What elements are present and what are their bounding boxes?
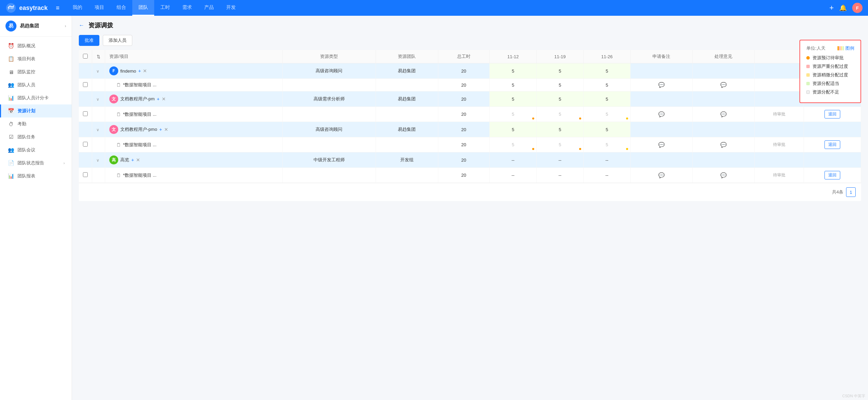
row-note[interactable]: 💬 (631, 79, 693, 91)
delete-icon[interactable]: ✕ (143, 68, 147, 74)
nav-item-portfolio[interactable]: 组合 (110, 0, 132, 16)
sidebar-item-tasks[interactable]: ☑ 团队任务 (0, 130, 72, 143)
add-sub-icon[interactable]: + (159, 127, 162, 132)
nav-item-team[interactable]: 团队 (132, 0, 154, 16)
note-icon[interactable]: 💬 (658, 82, 665, 88)
nav-item-project[interactable]: 项目 (88, 0, 110, 16)
row-status: 待审批 (755, 137, 804, 152)
notification-icon[interactable]: 🔔 (839, 4, 847, 12)
add-sub-icon[interactable]: + (157, 96, 159, 102)
nav-item-demand[interactable]: 需求 (176, 0, 198, 16)
select-all-checkbox[interactable] (83, 54, 88, 59)
sidebar-item-overview[interactable]: ⏰ 团队概况 (0, 39, 72, 52)
row-total: 20 (438, 122, 490, 137)
hamburger-icon[interactable]: ≡ (56, 4, 60, 12)
sidebar: 易 易趋集团 › ⏰ 团队概况 📋 项目列表 🖥 团队监控 👥 团队人员 📊 (0, 16, 72, 400)
row-team (376, 168, 438, 183)
row-action[interactable]: 退回 (804, 107, 861, 122)
nav-item-product[interactable]: 产品 (198, 0, 220, 16)
person-name: 高览 (120, 157, 129, 163)
sidebar-label-members: 团队人员 (17, 82, 65, 88)
org-header[interactable]: 易 易趋集团 › (0, 16, 72, 37)
row-resource-cell: 🗒 *数据智能项目 ... (105, 107, 283, 122)
nav-item-mine[interactable]: 我的 (66, 0, 88, 16)
legend-dot-insufficient (806, 90, 810, 94)
legend-item-severe: 资源严重分配过度 (806, 63, 854, 70)
reply-icon[interactable]: 💬 (720, 172, 727, 178)
row-checkbox[interactable] (83, 111, 88, 116)
row-note (631, 63, 693, 79)
row-reply[interactable]: 💬 (693, 137, 755, 152)
expand-icon[interactable]: ∨ (96, 69, 99, 74)
rollback-button[interactable]: 退回 (824, 110, 840, 118)
legend-panel: 单位:人天 图例 资源预订待审批 资源严重分配过度 资源稍微分配过度 资源分配适… (799, 40, 861, 103)
bar4 (843, 46, 844, 50)
row-reply[interactable]: 💬 (693, 79, 755, 91)
row-note[interactable]: 💬 (631, 168, 693, 183)
nav-item-worktime[interactable]: 工时 (154, 0, 176, 16)
col-resource: 资源/项目 (105, 50, 283, 63)
note-icon[interactable]: 💬 (658, 172, 665, 178)
watermark: CSDN 中英字 (842, 393, 865, 399)
bar1 (838, 46, 839, 50)
note-icon[interactable]: 💬 (658, 111, 665, 117)
expand-icon[interactable]: ∨ (96, 97, 99, 102)
nav-item-dev[interactable]: 开发 (220, 0, 242, 16)
note-icon[interactable]: 💬 (658, 142, 665, 148)
row-checkbox[interactable] (83, 82, 88, 87)
row-checkbox[interactable] (83, 142, 88, 147)
back-button[interactable]: ← (79, 22, 84, 28)
approve-button[interactable]: 批准 (79, 35, 99, 46)
nav-menu: 我的 项目 组合 团队 工时 需求 产品 开发 (66, 0, 830, 16)
row-expand-cell (92, 79, 105, 91)
expand-icon[interactable]: ∨ (96, 127, 99, 132)
sidebar-item-scorecard[interactable]: 📊 团队人员计分卡 (0, 91, 72, 104)
page-number[interactable]: 1 (846, 187, 856, 197)
sidebar-item-monitor[interactable]: 🖥 团队监控 (0, 65, 72, 78)
reply-icon[interactable]: 💬 (720, 82, 727, 88)
reply-icon[interactable]: 💬 (720, 111, 727, 117)
row-resource-cell: 🗒 *数据智能项目 ... (105, 168, 283, 183)
row-w3: -- (584, 152, 631, 168)
timer-icon: ⏱ (8, 121, 14, 127)
sidebar-item-attendance[interactable]: ⏱ 考勤 (0, 117, 72, 130)
add-icon[interactable]: + (829, 3, 834, 12)
reply-icon[interactable]: 💬 (720, 142, 727, 148)
row-reply[interactable]: 💬 (693, 168, 755, 183)
sidebar-item-resource[interactable]: 📅 资源计划 (0, 104, 72, 117)
expand-icon[interactable]: ∨ (96, 158, 99, 163)
sidebar-item-members[interactable]: 👥 团队人员 (0, 78, 72, 91)
clock-icon: ⏰ (8, 43, 14, 49)
row-action (804, 122, 861, 137)
user-avatar[interactable]: F (852, 3, 863, 13)
sidebar-item-meetings[interactable]: 👥 团队会议 (0, 143, 72, 157)
rollback-button[interactable]: 退回 (824, 171, 840, 179)
row-checkbox[interactable] (83, 172, 88, 177)
add-person-button[interactable]: 添加人员 (103, 35, 132, 46)
add-sub-icon[interactable]: + (131, 157, 134, 163)
row-note[interactable]: 💬 (631, 107, 693, 122)
status-badge: 待审批 (773, 142, 785, 147)
rollback-button[interactable]: 退回 (824, 140, 840, 149)
row-reply (693, 91, 755, 107)
row-note[interactable]: 💬 (631, 137, 693, 152)
add-sub-icon[interactable]: + (138, 68, 141, 74)
page-title: 资源调拨 (88, 21, 113, 29)
row-expand-cell: ∨ (92, 91, 105, 107)
row-action[interactable]: 退回 (804, 168, 861, 183)
row-type (282, 107, 376, 122)
sidebar-item-status[interactable]: 📄 团队状态报告 › (0, 157, 72, 170)
project-icon: 🗒 (116, 112, 121, 117)
row-action[interactable]: 退回 (804, 137, 861, 152)
row-reply[interactable]: 💬 (693, 107, 755, 122)
legend-toggle[interactable]: 图例 (838, 45, 854, 51)
sidebar-item-reports[interactable]: 📊 团队报表 (0, 170, 72, 183)
project-name: *数据智能项目 ... (123, 142, 157, 148)
delete-icon[interactable]: ✕ (136, 157, 140, 163)
row-w1: 5 (490, 107, 537, 122)
row-w1: 5 (490, 122, 537, 137)
delete-icon[interactable]: ✕ (162, 96, 166, 102)
delete-icon[interactable]: ✕ (164, 127, 168, 132)
sidebar-item-projects[interactable]: 📋 项目列表 (0, 52, 72, 65)
logo[interactable]: easytrack (5, 2, 48, 13)
